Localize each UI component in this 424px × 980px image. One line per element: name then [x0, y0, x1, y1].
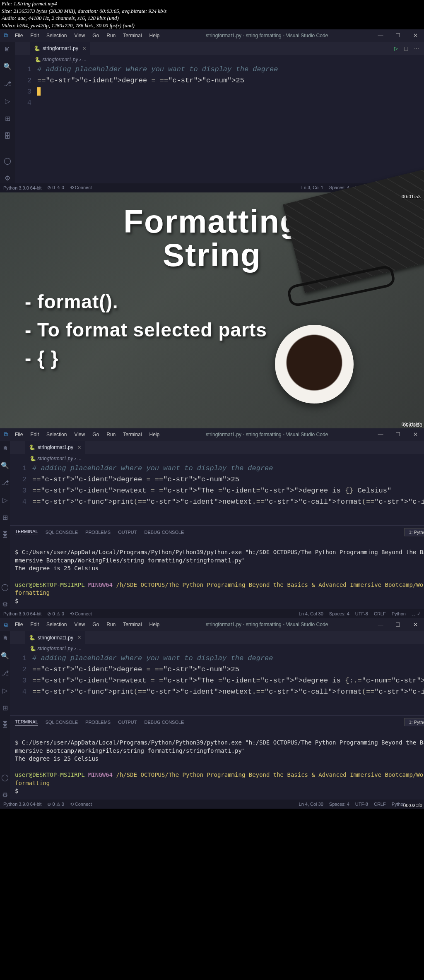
code-line[interactable]: =="c-str">"c-ident">degree = =="c-str">"… [37, 75, 420, 86]
panel-tab-problems[interactable]: PROBLEMS [85, 530, 111, 535]
terminal-output[interactable]: $ C:/Users/user/AppData/Local/Programs/P… [10, 539, 424, 610]
code-editor[interactable]: 1234 # adding placeholder where you want… [10, 653, 424, 715]
gear-icon[interactable]: ⚙ [2, 173, 12, 183]
panel-tab-sql-console[interactable]: SQL CONSOLE [46, 720, 78, 725]
search-icon[interactable]: 🔍 [2, 62, 12, 72]
status-python[interactable]: Python 3.9.0 64-bit [3, 611, 41, 616]
account-icon[interactable]: ◯ [0, 772, 10, 782]
status-problems[interactable]: ⊘ 0 ⚠ 0 [47, 611, 64, 617]
activity-bar[interactable]: 🗎 🔍 ⎇ ▷ ⊞ 🗄 ◯ ⚙ [0, 631, 10, 800]
menu-bar[interactable]: FileEditSelectionViewGoRunTerminalHelp [12, 430, 162, 439]
menu-go[interactable]: Go [90, 31, 101, 40]
menu-selection[interactable]: Selection [44, 620, 69, 629]
code-line[interactable] [37, 86, 420, 98]
more-actions-icon[interactable]: ⋯ [414, 46, 419, 51]
menu-edit[interactable]: Edit [28, 620, 41, 629]
run-debug-icon[interactable]: ▷ [0, 685, 10, 695]
search-icon[interactable]: 🔍 [0, 461, 10, 471]
menu-bar[interactable]: FileEditSelectionViewGoRunTerminalHelp [12, 31, 162, 40]
status-connect[interactable]: ⟲ Connect [70, 611, 92, 617]
code-line[interactable]: =="c-str">"c-ident">degree = =="c-str">"… [32, 474, 424, 485]
gear-icon[interactable]: ⚙ [0, 599, 10, 609]
minimize-button[interactable]: — [372, 32, 389, 38]
panel-tab-terminal[interactable]: TERMINAL [15, 529, 38, 535]
account-icon[interactable]: ◯ [0, 582, 10, 592]
panel-tab-debug-console[interactable]: DEBUG CONSOLE [144, 530, 184, 535]
status-item[interactable]: Ln 3, Col 1 [301, 185, 323, 190]
status-connect[interactable]: ⟲ Connect [70, 802, 92, 807]
maximize-button[interactable]: ☐ [389, 32, 407, 38]
minimize-button[interactable]: — [372, 622, 389, 628]
close-button[interactable]: ✕ [407, 622, 424, 628]
panel-tab-terminal[interactable]: TERMINAL [15, 719, 38, 725]
tab-close-icon[interactable]: ✕ [77, 635, 81, 640]
breadcrumb[interactable]: 🐍 stringformat1.py › ... [15, 55, 424, 64]
status-problems[interactable]: ⊘ 0 ⚠ 0 [47, 802, 64, 807]
code-line[interactable]: =="c-str">"c-ident">newtext = ="c-str">"… [32, 675, 424, 687]
menu-terminal[interactable]: Terminal [120, 31, 144, 40]
titlebar[interactable]: ⧉ FileEditSelectionViewGoRunTerminalHelp… [0, 29, 424, 42]
tab-close-icon[interactable]: ✕ [77, 445, 81, 450]
account-icon[interactable]: ◯ [2, 156, 12, 166]
tab-stringformat1[interactable]: 🐍 stringformat1.py ✕ [25, 631, 85, 644]
panel-tab-debug-console[interactable]: DEBUG CONSOLE [144, 720, 184, 725]
split-editor-icon[interactable]: ◫ [404, 46, 408, 51]
tab-bar[interactable]: 🐍 stringformat1.py ✕ ▷ ◫ ⋯ [15, 42, 424, 55]
menu-selection[interactable]: Selection [44, 31, 69, 40]
menu-view[interactable]: View [72, 430, 87, 439]
status-connect[interactable]: ⟲ Connect [70, 185, 92, 190]
status-item[interactable]: Ln 4, Col 30 [299, 802, 323, 807]
menu-file[interactable]: File [12, 31, 25, 40]
database-icon[interactable]: 🗄 [0, 720, 10, 730]
code-line[interactable]: =="c-str">"c-func">print(=="c-str">"c-id… [32, 497, 424, 508]
terminal-output[interactable]: $ C:/Users/user/AppData/Local/Programs/P… [10, 729, 424, 800]
panel-tab-sql-console[interactable]: SQL CONSOLE [46, 530, 78, 535]
tab-stringformat1[interactable]: 🐍 stringformat1.py ✕ [25, 441, 85, 454]
run-debug-icon[interactable]: ▷ [0, 495, 10, 505]
maximize-button[interactable]: ☐ [389, 622, 407, 628]
menu-view[interactable]: View [72, 620, 87, 629]
activity-bar[interactable]: 🗎 🔍 ⎇ ▷ ⊞ 🗄 ◯ ⚙ [0, 42, 15, 183]
status-item[interactable]: Python [392, 611, 406, 617]
panel-tab-output[interactable]: OUTPUT [118, 530, 137, 535]
close-button[interactable]: ✕ [407, 32, 424, 38]
breadcrumb[interactable]: 🐍 stringformat1.py › ... [10, 454, 424, 463]
menu-help[interactable]: Help [147, 430, 162, 439]
run-button-icon[interactable]: ▷ [394, 46, 398, 51]
menu-terminal[interactable]: Terminal [120, 430, 144, 439]
menu-go[interactable]: Go [90, 620, 101, 629]
gear-icon[interactable]: ⚙ [0, 790, 10, 800]
maximize-button[interactable]: ☐ [389, 431, 407, 437]
extensions-icon[interactable]: ⊞ [0, 513, 10, 523]
status-python[interactable]: Python 3.9.0 64-bit [3, 185, 41, 190]
menu-file[interactable]: File [12, 430, 25, 439]
menu-edit[interactable]: Edit [28, 31, 41, 40]
titlebar[interactable]: ⧉ FileEditSelectionViewGoRunTerminalHelp… [0, 428, 424, 441]
status-bar[interactable]: Python 3.9.0 64-bit ⊘ 0 ⚠ 0 ⟲ Connect Ln… [0, 609, 424, 618]
search-icon[interactable]: 🔍 [0, 651, 10, 661]
tab-bar[interactable]: 🐍 stringformat1.py ✕ ▷ ◫ ⋯ [10, 631, 424, 644]
explorer-icon[interactable]: 🗎 [2, 44, 12, 54]
source-control-icon[interactable]: ⎇ [0, 478, 10, 488]
menu-run[interactable]: Run [104, 430, 118, 439]
terminal-select[interactable]: 1: Python [404, 718, 424, 726]
panel-tabs[interactable]: TERMINALSQL CONSOLEPROBLEMSOUTPUTDEBUG C… [10, 525, 424, 539]
status-item[interactable]: CRLF [374, 802, 386, 807]
panel-tabs[interactable]: TERMINALSQL CONSOLEPROBLEMSOUTPUTDEBUG C… [10, 715, 424, 729]
extensions-icon[interactable]: ⊞ [0, 703, 10, 713]
status-python[interactable]: Python 3.9.0 64-bit [3, 802, 41, 807]
menu-run[interactable]: Run [104, 620, 118, 629]
code-editor[interactable]: 1234 # adding placeholder where you want… [10, 463, 424, 525]
database-icon[interactable]: 🗄 [0, 530, 10, 540]
menu-help[interactable]: Help [147, 620, 162, 629]
run-debug-icon[interactable]: ▷ [2, 96, 12, 106]
explorer-icon[interactable]: 🗎 [0, 633, 10, 643]
tab-bar[interactable]: 🐍 stringformat1.py ✕ ▷ ◫ ⋯ [10, 441, 424, 454]
menu-run[interactable]: Run [104, 31, 118, 40]
minimize-button[interactable]: — [372, 431, 389, 437]
extensions-icon[interactable]: ⊞ [2, 114, 12, 124]
menu-edit[interactable]: Edit [28, 430, 41, 439]
status-item[interactable]: UTF-8 [355, 611, 368, 617]
panel-tab-problems[interactable]: PROBLEMS [85, 720, 111, 725]
breadcrumb[interactable]: 🐍 stringformat1.py › ... [10, 644, 424, 653]
